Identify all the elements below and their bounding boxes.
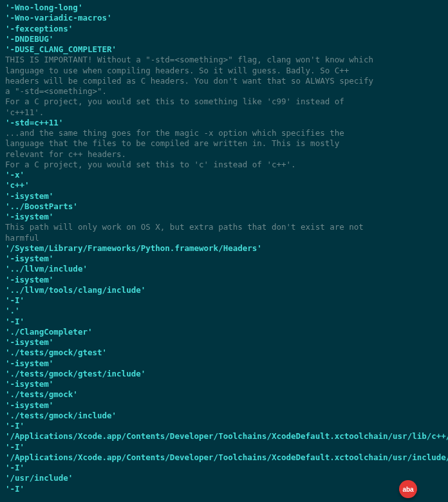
code-line: ...and the same thing goes for the magic… [5,128,443,138]
code-line: './tests/gmock' [5,389,443,400]
code-line: '-DUSE_CLANG_COMPLETER' [5,44,443,55]
code-line: 'c++11'. [5,107,443,118]
code-line: 'c++' [5,180,443,191]
code-line: '-isystem' [5,275,443,285]
code-line: './tests/gmock/gtest/include' [5,369,443,379]
code-line: THIS IS IMPORTANT! Without a "-std=<some… [5,55,443,65]
code-line: '-isystem' [5,337,443,348]
code-line: '-I' [5,317,443,327]
code-line: '/System/Library/Frameworks/Python.frame… [5,243,443,254]
code-line: '-I' [5,421,443,431]
code-line: relevant for c++ headers. [5,149,443,160]
code-line: '../llvm/include' [5,264,443,274]
code-line: '-isystem' [5,191,443,201]
code-line: '-DNDEBUG' [5,34,443,44]
code-line: './ClangCompleter' [5,327,443,337]
code-line: '-fexceptions' [5,24,443,34]
code-line: headers will be compiled as C headers. Y… [5,76,443,86]
extension-badge[interactable]: aba [399,480,417,498]
code-line: language to use when compiling headers. … [5,66,443,76]
code-line: a "-std=<something>". [5,86,443,97]
badge-label: aba [402,485,413,494]
code-line: './tests/gmock/gtest' [5,348,443,358]
code-line: For a C project, you would set this to '… [5,160,443,170]
code-line: './tests/gmock/include' [5,411,443,421]
code-line: '-I' [5,463,443,473]
code-line: '-isystem' [5,212,443,222]
code-line: '-I' [5,442,443,452]
code-line: '-isystem' [5,254,443,264]
code-line: '-isystem' [5,400,443,411]
code-line: '-I' [5,295,443,306]
code-line: '-isystem' [5,379,443,389]
code-line: '../BoostParts' [5,201,443,212]
code-line: '/Applications/Xcode.app/Contents/Develo… [5,452,443,463]
code-line: '-std=c++11' [5,118,443,128]
code-line: '../llvm/tools/clang/include' [5,285,443,295]
code-line: For a C project, you would set this to s… [5,97,443,107]
code-line: '-I' [5,484,443,494]
code-line: This path will only work on OS X, but ex… [5,222,443,232]
code-line: '-Wno-long-long' [5,3,443,13]
code-line: '-isystem' [5,358,443,369]
code-line: '/Applications/Xcode.app/Contents/Develo… [5,431,443,442]
code-line: harmful [5,233,443,243]
code-line: '/usr/include' [5,473,443,483]
code-viewer: '-Wno-long-long''-Wno-variadic-macros''-… [5,3,443,494]
code-line: '-Wno-variadic-macros' [5,13,443,23]
code-line: '.' [5,306,443,316]
code-line: '-x' [5,170,443,180]
code-line: language that the files to be compiled a… [5,138,443,149]
